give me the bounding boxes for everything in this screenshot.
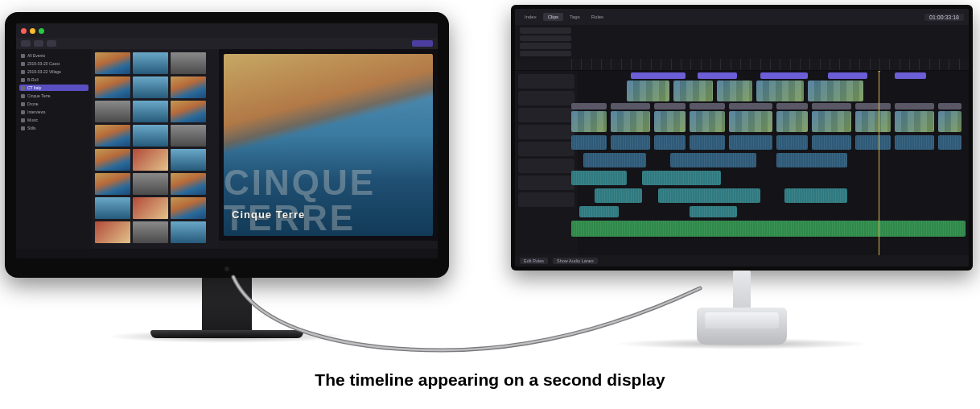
browser-thumbnail[interactable] (95, 149, 130, 171)
timeline-clip[interactable] (938, 135, 961, 150)
share-button[interactable] (412, 40, 433, 47)
sidebar-item[interactable]: 2019-03-22 Village (19, 68, 89, 75)
timeline-clip[interactable] (627, 81, 670, 101)
timeline-clip[interactable] (611, 111, 650, 132)
browser-thumbnail-grid[interactable] (92, 49, 219, 249)
timeline-clip[interactable] (760, 72, 808, 79)
viewer-canvas[interactable]: CINQUE TERRE Cinque Terre (224, 54, 433, 236)
timeline-clip[interactable] (571, 135, 607, 150)
browser-thumbnail[interactable] (171, 125, 206, 147)
timeline-clip[interactable] (729, 135, 772, 150)
browser-thumbnail[interactable] (171, 149, 206, 171)
timeline-clip[interactable] (828, 72, 867, 79)
timecode-display[interactable]: 01:00:33:18 (924, 14, 964, 21)
timeline-lane[interactable] (571, 171, 966, 185)
timeline-lane[interactable] (571, 72, 966, 79)
browser-thumbnail[interactable] (133, 101, 168, 122)
browser-thumbnail[interactable] (171, 173, 206, 195)
timeline-clip[interactable] (654, 135, 686, 150)
timeline-clip[interactable] (670, 153, 757, 167)
timeline-lane[interactable] (571, 188, 966, 203)
timeline-clip[interactable] (938, 111, 961, 132)
index-role-switches[interactable] (520, 27, 571, 56)
timeline-lane[interactable] (571, 111, 966, 132)
track-headers[interactable] (515, 71, 578, 255)
sidebar-item[interactable]: Interviews (19, 109, 89, 115)
timeline-clip[interactable] (895, 103, 934, 109)
browser-thumbnail[interactable] (133, 52, 168, 74)
timeline-tab[interactable]: Index (520, 13, 541, 21)
timeline-lane[interactable] (571, 81, 966, 101)
zoom-icon[interactable] (39, 28, 44, 34)
bg-tasks-button[interactable] (47, 40, 56, 47)
browser-thumbnail[interactable] (133, 76, 168, 98)
browser-thumbnail[interactable] (133, 197, 168, 219)
playhead[interactable] (879, 71, 879, 255)
sidebar-item[interactable]: All Events (19, 52, 89, 59)
timeline-clip[interactable] (571, 103, 607, 109)
timeline-clip[interactable] (855, 135, 891, 150)
timeline-clip[interactable] (776, 111, 808, 132)
sidebar-item[interactable]: B-Roll (19, 76, 89, 83)
timeline-clip[interactable] (812, 103, 851, 109)
timeline-clip[interactable] (595, 188, 642, 203)
browser-thumbnail[interactable] (171, 76, 206, 98)
timeline-bottom-button[interactable]: Edit Roles (520, 258, 548, 264)
timeline-tab[interactable]: Tags (565, 13, 585, 21)
timeline-clip[interactable] (698, 72, 737, 79)
sidebar-item[interactable]: Drone (19, 101, 89, 107)
timeline-clip[interactable] (812, 111, 851, 132)
sidebar-item[interactable]: Cinque Terre (19, 93, 89, 99)
timeline-clip[interactable] (729, 103, 772, 109)
timeline-clip[interactable] (571, 171, 627, 185)
timeline-clip[interactable] (808, 81, 863, 101)
timeline-clip[interactable] (571, 221, 966, 237)
timeline-clip[interactable] (756, 81, 804, 101)
timeline-clip[interactable] (855, 111, 891, 132)
browser-thumbnail[interactable] (95, 76, 130, 98)
timeline-clip[interactable] (611, 135, 650, 150)
timeline-clip[interactable] (673, 81, 713, 101)
timeline-tab[interactable]: Roles (587, 13, 608, 21)
browser-thumbnail[interactable] (133, 221, 168, 243)
timeline-clip[interactable] (611, 103, 650, 109)
timeline-clip[interactable] (690, 103, 725, 109)
sidebar-item[interactable]: Stills (19, 125, 89, 131)
browser-thumbnail[interactable] (95, 173, 130, 195)
timeline-clip[interactable] (690, 206, 737, 217)
timeline-clip[interactable] (654, 103, 686, 109)
browser-thumbnail[interactable] (95, 52, 130, 74)
timeline-clip[interactable] (776, 103, 808, 109)
timeline-clip[interactable] (690, 135, 725, 150)
close-icon[interactable] (21, 28, 27, 34)
browser-thumbnail[interactable] (95, 221, 130, 243)
timeline-clip[interactable] (583, 153, 646, 167)
timeline-clip[interactable] (938, 103, 961, 109)
timeline-lane[interactable] (571, 206, 966, 217)
timeline-clip[interactable] (855, 103, 891, 109)
browser-thumbnail[interactable] (171, 101, 206, 122)
timeline-clip[interactable] (571, 111, 607, 132)
import-button[interactable] (21, 40, 31, 47)
timeline-clip[interactable] (690, 111, 725, 132)
timeline-tracks-area[interactable] (515, 71, 969, 255)
timeline-lane[interactable] (571, 103, 966, 109)
sidebar-item[interactable]: Music (19, 117, 89, 123)
sidebar-item[interactable]: CT Italy (19, 85, 89, 91)
browser-thumbnail[interactable] (171, 221, 206, 243)
timeline-clip[interactable] (895, 135, 934, 150)
timeline-clip[interactable] (729, 111, 772, 132)
keyword-button[interactable] (34, 40, 43, 47)
timeline-lane[interactable] (571, 135, 966, 150)
timeline-clip[interactable] (784, 188, 847, 203)
timeline-clip[interactable] (654, 111, 686, 132)
timeline-ruler[interactable] (515, 59, 969, 71)
timeline-clip[interactable] (812, 135, 851, 150)
timeline-clip[interactable] (658, 188, 760, 203)
timeline-bottom-button[interactable]: Show Audio Lanes (553, 258, 598, 264)
browser-thumbnail[interactable] (133, 173, 168, 195)
sidebar-item[interactable]: 2019-03-20 Coast (19, 60, 89, 67)
timeline-lane[interactable] (571, 153, 966, 167)
timeline-tab[interactable]: Clips (543, 13, 563, 21)
timeline-clip[interactable] (717, 81, 752, 101)
